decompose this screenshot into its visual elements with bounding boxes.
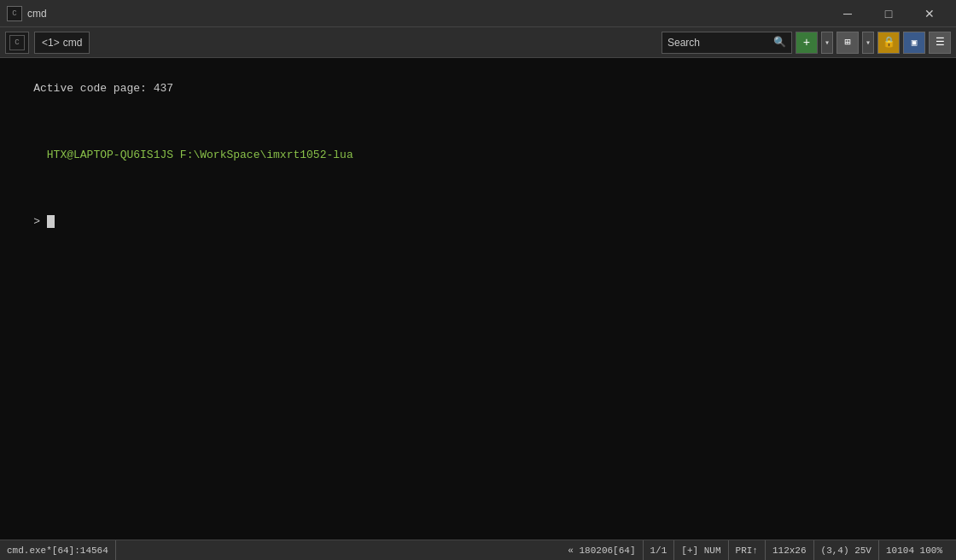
- status-pos7: 10104 100%: [879, 540, 949, 560]
- terminal-line-1: Active code page: 437: [7, 63, 949, 114]
- search-area: 🔍 + ▾ ⊞ ▾ 🔒 ▣ ☰: [662, 32, 951, 54]
- status-right: « 180206[64] 1/1 [+] NUM PRI↑ 112x26 (3,…: [568, 540, 949, 560]
- status-pos1: « 180206[64]: [568, 540, 643, 560]
- window-controls: ─ □ ✕: [828, 0, 949, 27]
- terminal-path: F:\WorkSpace\imxrt1052-lua: [173, 149, 353, 161]
- status-pos4: PRI↑: [729, 540, 766, 560]
- terminal-user-path: HTX@LAPTOP-QU6IS1JS F:\WorkSpace\imxrt10…: [7, 149, 353, 178]
- status-pos6: (3,4) 25V: [814, 540, 879, 560]
- maximize-button[interactable]: □: [869, 0, 908, 27]
- grid-icon: ⊞: [844, 36, 850, 49]
- terminal-user: HTX@LAPTOP-QU6IS1JS: [47, 149, 173, 161]
- terminal-line-2: HTX@LAPTOP-QU6IS1JS F:\WorkSpace\imxrt10…: [7, 114, 949, 197]
- search-input[interactable]: [667, 37, 770, 49]
- lock-icon: 🔒: [883, 36, 895, 49]
- tab-number: <1>: [42, 37, 60, 49]
- add-button[interactable]: +: [796, 32, 818, 54]
- search-box[interactable]: 🔍: [662, 32, 792, 54]
- close-button[interactable]: ✕: [910, 0, 949, 27]
- panels-icon: ▣: [912, 37, 918, 48]
- tab-app-icon: C: [9, 35, 25, 50]
- status-pos2: 1/1: [644, 540, 675, 560]
- active-code-text: Active code page: 437: [33, 82, 173, 95]
- menu-button[interactable]: ☰: [929, 32, 951, 54]
- minimize-button[interactable]: ─: [828, 0, 867, 27]
- tab-title: cmd: [63, 37, 83, 49]
- dropdown-chevron[interactable]: ▾: [821, 32, 833, 54]
- window-title: cmd: [27, 8, 47, 20]
- status-bar: cmd.exe*[64]:14564 « 180206[64] 1/1 [+] …: [0, 540, 956, 560]
- tab-icon-group: C: [5, 32, 29, 54]
- app-icon: C: [7, 6, 22, 21]
- status-pos3: [+] NUM: [674, 540, 728, 560]
- search-icon[interactable]: 🔍: [773, 36, 786, 49]
- title-bar: C cmd ─ □ ✕: [0, 0, 956, 27]
- grid-button[interactable]: ⊞: [836, 32, 859, 54]
- terminal-body[interactable]: Active code page: 437 HTX@LAPTOP-QU6IS1J…: [0, 58, 956, 540]
- app-icon-text: C: [12, 9, 16, 18]
- menu-icon: ☰: [936, 36, 945, 49]
- tab-item[interactable]: <1> cmd: [34, 32, 90, 54]
- grid-dropdown-chevron[interactable]: ▾: [862, 32, 874, 54]
- status-pos5: 112x26: [766, 540, 814, 560]
- prompt-symbol: >: [33, 215, 47, 228]
- panels-button[interactable]: ▣: [903, 32, 925, 54]
- lock-button[interactable]: 🔒: [877, 32, 900, 54]
- terminal-cursor: [47, 215, 55, 228]
- toolbar: C <1> cmd 🔍 + ▾ ⊞ ▾ 🔒 ▣ ☰: [0, 27, 956, 58]
- terminal-prompt-line: >: [7, 196, 949, 247]
- status-filename: cmd.exe*[64]:14564: [7, 540, 116, 560]
